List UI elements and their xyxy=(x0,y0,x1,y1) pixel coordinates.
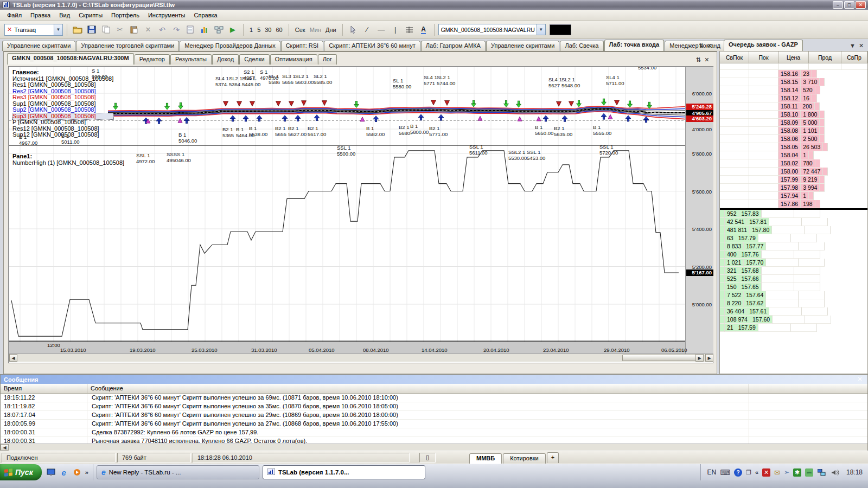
tab-close-icon[interactable]: ✕ xyxy=(707,42,712,49)
order-book-row[interactable]: 481 811157.80 xyxy=(720,226,867,234)
menu-item-Инструменты[interactable]: Инструменты xyxy=(144,11,189,20)
symbol-combo[interactable]: GMKN_000508_100508:NAGVALRU ▼ xyxy=(438,24,546,35)
messages-column-header[interactable]: Время xyxy=(1,384,87,393)
window-arrange-icon[interactable]: ❐ xyxy=(746,469,751,476)
menu-item-Скрипты[interactable]: Скрипты xyxy=(75,11,106,20)
document-tab[interactable]: Доход xyxy=(212,54,239,65)
order-book-row[interactable]: 42 541157.81 xyxy=(720,218,867,226)
time-axis[interactable]: 12:0015.03.201019.03.201025.03.201031.03… xyxy=(9,342,685,354)
order-book-row[interactable]: 158.081 101 xyxy=(720,127,867,135)
document-tab[interactable]: Результаты xyxy=(170,54,212,65)
chart-horizontal-scrollbar[interactable]: ◀ ▶ ▶ xyxy=(9,354,713,362)
legend-item[interactable]: Res1 [GMKN_000508_100508] xyxy=(12,82,113,88)
blocks-button[interactable] xyxy=(212,23,225,36)
message-row[interactable]: 18:11:19.82Скрипт: 'АПТЕКИ 36"6 60 минут… xyxy=(1,402,867,411)
workspace-tab[interactable]: Скрипт: RSI xyxy=(281,41,323,51)
scroll-right-edge-icon[interactable]: ▶ xyxy=(705,354,713,362)
workspace-tab[interactable]: Менеджер Провайдеров Данных xyxy=(180,41,280,51)
horizontal-line-button[interactable]: — xyxy=(375,23,388,36)
order-book-row[interactable]: 7 522157.64 xyxy=(720,291,867,299)
antivirus-shield-icon[interactable]: ✕ xyxy=(762,468,770,477)
broker-combo-dropdown-icon[interactable]: ▼ xyxy=(54,24,62,35)
maximize-button[interactable]: □ xyxy=(844,1,854,9)
start-button[interactable]: Пуск xyxy=(0,464,42,480)
color-swatch-button[interactable] xyxy=(550,24,571,35)
order-book-row[interactable]: 158.095 000 xyxy=(720,119,867,127)
tray-collapse-icon[interactable]: « xyxy=(755,469,758,476)
orderbook-column-header[interactable]: СвПр xyxy=(841,52,867,63)
order-book-row[interactable]: 525157.66 xyxy=(720,275,867,283)
order-book-row[interactable]: 158.153 710 xyxy=(720,78,867,86)
order-book-row[interactable]: 158.1623 xyxy=(720,70,867,78)
workspace-tab[interactable]: Лаб: Газпром АМКА xyxy=(421,41,486,51)
workspace-tab[interactable]: Менеджер команд xyxy=(665,41,725,51)
scrollbar-thumb[interactable] xyxy=(622,355,698,361)
quick-launch-overflow-icon[interactable]: » xyxy=(85,469,88,476)
workspace-tab[interactable]: Управление торговлей скриптами xyxy=(76,41,179,51)
scroll-left-icon[interactable]: ◀ xyxy=(9,354,17,362)
task-button[interactable]: TSLab (версия 1.1.7.0... xyxy=(263,465,425,479)
order-book-row[interactable]: 158.062 500 xyxy=(720,135,867,143)
bug-icon[interactable]: ✱ xyxy=(793,468,801,477)
order-book-row[interactable]: 158.14520 xyxy=(720,86,867,94)
order-book-row[interactable]: 63157.79 xyxy=(720,234,867,242)
document-tab[interactable]: GMKN_000508_100508:NAGVALRU:300M xyxy=(7,53,134,65)
menu-item-Вид[interactable]: Вид xyxy=(55,11,74,20)
minimize-button[interactable]: – xyxy=(833,1,843,9)
open-folder-button[interactable] xyxy=(71,23,84,36)
volume-icon[interactable] xyxy=(831,467,840,477)
order-book-row[interactable]: 36 404157.61 xyxy=(720,307,867,316)
timeframe-30-button[interactable]: 30 xyxy=(263,25,273,34)
message-row[interactable]: 18:00:00.31Рыночная заявка 77048110 испо… xyxy=(1,437,867,444)
order-book-row[interactable]: 157.999 219 xyxy=(720,176,867,184)
order-book-row[interactable]: 158.11200 xyxy=(720,102,867,111)
order-book-row[interactable]: 158.02780 xyxy=(720,159,867,168)
order-book-row[interactable]: 158.041 xyxy=(720,151,867,159)
run-button[interactable]: ▶ xyxy=(226,23,239,36)
scroll-right-icon[interactable]: ▶ xyxy=(695,354,704,362)
message-row[interactable]: 18:07:17.04Скрипт: 'АПТЕКИ 36"6 60 минут… xyxy=(1,411,867,420)
fib-levels-button[interactable] xyxy=(403,23,416,36)
orderbook-column-header[interactable]: Цена xyxy=(778,52,809,63)
order-book-row[interactable]: 158.1216 xyxy=(720,94,867,102)
orderbook-column-header[interactable]: Пок xyxy=(749,52,778,63)
order-book-row[interactable]: 1 021157.70 xyxy=(720,259,867,267)
order-book-row[interactable]: 952157.83 xyxy=(720,210,867,218)
orderbook-column-header[interactable]: СвПок xyxy=(720,52,749,63)
plug-icon[interactable]: ⎓ xyxy=(805,468,813,477)
workspace-tab[interactable]: Скрипт: АПТЕКИ 36"6 60 минут xyxy=(324,41,420,51)
doc-close-icon[interactable]: ✕ xyxy=(704,56,709,63)
chart-bars-button[interactable] xyxy=(198,23,211,36)
workspace-tab[interactable]: Управление скриптами xyxy=(486,41,559,51)
document-tab[interactable]: Оптимизация xyxy=(270,54,317,65)
legend-item[interactable]: Sup2 [GMKN_000508_100508] xyxy=(12,107,113,113)
messages-scrollbar[interactable]: ◀ xyxy=(1,444,867,451)
order-book-row[interactable]: 8 220157.62 xyxy=(720,299,867,307)
pointer-button[interactable] xyxy=(347,23,360,36)
text-label-button[interactable]: A xyxy=(417,23,430,36)
order-book-row[interactable]: 108 974157.60 xyxy=(720,316,867,324)
document-tab[interactable]: Лог xyxy=(318,54,337,65)
order-book-row[interactable]: 158.0072 447 xyxy=(720,168,867,176)
save-button[interactable] xyxy=(85,23,98,36)
network-icon[interactable] xyxy=(817,467,827,477)
workspace-tab[interactable]: Лаб: точка входа xyxy=(604,40,665,51)
document-tab[interactable]: Редактор xyxy=(135,54,170,65)
vertical-line-button[interactable]: | xyxy=(389,23,402,36)
menu-item-Правка[interactable]: Правка xyxy=(27,11,54,20)
unit-Сек-button[interactable]: Сек xyxy=(293,25,308,34)
unit-Мин-button[interactable]: Мин xyxy=(308,25,323,34)
tab-order-queue[interactable]: Очередь заявок - GAZP xyxy=(724,40,803,51)
unit-Дни-button[interactable]: Дни xyxy=(323,25,339,34)
language-indicator[interactable]: EN xyxy=(707,468,717,476)
timeframe-5-button[interactable]: 5 xyxy=(255,25,263,34)
order-book-row[interactable]: 150157.65 xyxy=(720,283,867,291)
order-book-row[interactable]: 8 833157.77 xyxy=(720,242,867,251)
orderbook-close-icon[interactable]: ✕ xyxy=(859,42,864,49)
legend-item[interactable]: Res3 [GMKN_000508_100508] xyxy=(12,94,113,101)
orderbook-dropdown-icon[interactable]: ▼ xyxy=(850,42,856,49)
dock-tab-Котировки[interactable]: Котировки xyxy=(503,453,546,464)
broker-combo[interactable]: ✕ Transaq ▼ xyxy=(4,24,63,36)
dock-tab-ММВБ[interactable]: ММВБ xyxy=(469,453,502,464)
tab-scroll-icon[interactable]: ⇅ xyxy=(699,42,704,49)
